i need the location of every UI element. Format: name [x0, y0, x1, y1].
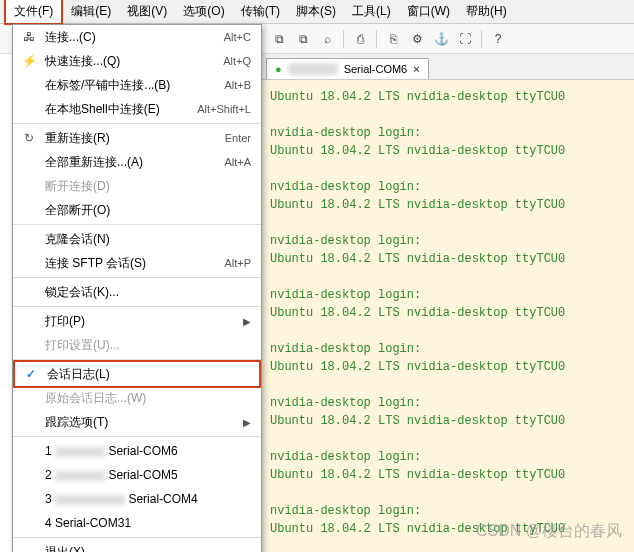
menu-file[interactable]: 文件(F)	[4, 0, 63, 25]
menu-separator	[13, 224, 261, 225]
tab-close-icon[interactable]: ×	[413, 63, 419, 75]
menu-exit[interactable]: 退出(X)	[13, 540, 261, 552]
help-icon[interactable]: ?	[487, 28, 509, 50]
toolbar-icon-2[interactable]: ⧉	[292, 28, 314, 50]
menu-disconnect-all[interactable]: 全部断开(O)	[13, 198, 261, 222]
menu-separator	[13, 306, 261, 307]
menu-lock-session[interactable]: 锁定会话(K)...	[13, 280, 261, 304]
menu-recent-2[interactable]: 2 Serial-COM5	[13, 463, 261, 487]
terminal-output[interactable]: Ubuntu 18.04.2 LTS nvidia-desktop ttyTCU…	[262, 80, 634, 552]
menu-quick-connect[interactable]: ⚡快速连接...(Q)Alt+Q	[13, 49, 261, 73]
quick-connect-icon: ⚡	[19, 54, 39, 68]
menu-help[interactable]: 帮助(H)	[458, 0, 515, 23]
menu-session-log[interactable]: ✓会话日志(L)	[13, 360, 261, 388]
menu-raw-log: 原始会话日志...(W)	[13, 386, 261, 410]
toolbar-icon-5[interactable]: ⎘	[382, 28, 404, 50]
menu-tools[interactable]: 工具(L)	[344, 0, 399, 23]
reconnect-icon: ↻	[19, 131, 39, 145]
connect-icon: 🖧	[19, 30, 39, 44]
tab-title-suffix: Serial-COM6	[344, 63, 408, 75]
menu-transfer[interactable]: 传输(T)	[233, 0, 288, 23]
toolbar-icon-1[interactable]: ⧉	[268, 28, 290, 50]
watermark: CSDN @楼台的春风	[476, 521, 622, 542]
toolbar-separator	[343, 30, 344, 48]
menu-trace-options[interactable]: 跟踪选项(T)▶	[13, 410, 261, 434]
menu-view[interactable]: 视图(V)	[119, 0, 175, 23]
menu-edit[interactable]: 编辑(E)	[63, 0, 119, 23]
tab-status-icon: ●	[275, 63, 282, 75]
menu-print[interactable]: 打印(P)▶	[13, 309, 261, 333]
menu-recent-1[interactable]: 1 Serial-COM6	[13, 439, 261, 463]
menu-recent-3[interactable]: 3 Serial-COM4	[13, 487, 261, 511]
find-icon[interactable]: ⌕	[316, 28, 338, 50]
menubar: 文件(F) 编辑(E) 视图(V) 选项(O) 传输(T) 脚本(S) 工具(L…	[0, 0, 634, 24]
checkmark-icon: ✓	[21, 367, 41, 381]
menu-reconnect[interactable]: ↻重新连接(R)Enter	[13, 126, 261, 150]
file-menu-dropdown: 🖧连接...(C)Alt+C ⚡快速连接...(Q)Alt+Q 在标签/平铺中连…	[12, 24, 262, 552]
menu-options[interactable]: 选项(O)	[175, 0, 232, 23]
menu-separator	[13, 123, 261, 124]
menu-separator	[13, 537, 261, 538]
menu-reconnect-all[interactable]: 全部重新连接...(A)Alt+A	[13, 150, 261, 174]
menu-script[interactable]: 脚本(S)	[288, 0, 344, 23]
menu-separator	[13, 277, 261, 278]
menu-window[interactable]: 窗口(W)	[399, 0, 458, 23]
submenu-arrow-icon: ▶	[243, 417, 251, 428]
toolbar-separator	[481, 30, 482, 48]
toolbar-icon-8[interactable]: ⛶	[454, 28, 476, 50]
menu-connect-sftp[interactable]: 连接 SFTP 会话(S)Alt+P	[13, 251, 261, 275]
session-tab[interactable]: ● Serial-COM6 ×	[266, 58, 429, 79]
menu-clone-session[interactable]: 克隆会话(N)	[13, 227, 261, 251]
menu-print-setup: 打印设置(U)...	[13, 333, 261, 357]
tab-title-redacted	[288, 63, 338, 75]
menu-connect[interactable]: 🖧连接...(C)Alt+C	[13, 25, 261, 49]
settings-icon[interactable]: ⚙	[406, 28, 428, 50]
tabbar: ● Serial-COM6 ×	[262, 54, 634, 80]
menu-disconnect: 断开连接(D)	[13, 174, 261, 198]
menu-connect-in-tab[interactable]: 在标签/平铺中连接...(B)Alt+B	[13, 73, 261, 97]
menu-local-shell[interactable]: 在本地Shell中连接(E)Alt+Shift+L	[13, 97, 261, 121]
print-icon[interactable]: ⎙	[349, 28, 371, 50]
menu-separator	[13, 436, 261, 437]
menu-recent-4[interactable]: 4 Serial-COM31	[13, 511, 261, 535]
terminal-panel: ● Serial-COM6 × Ubuntu 18.04.2 LTS nvidi…	[262, 54, 634, 552]
toolbar-icon-7[interactable]: ⚓	[430, 28, 452, 50]
submenu-arrow-icon: ▶	[243, 316, 251, 327]
toolbar-separator	[376, 30, 377, 48]
